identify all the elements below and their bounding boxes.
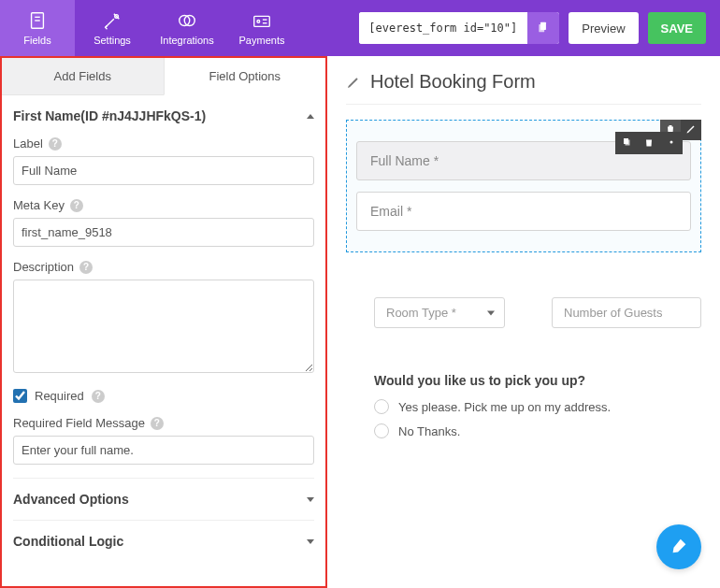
- copy-icon: [621, 136, 632, 151]
- field-tools: [615, 132, 683, 154]
- guests-input[interactable]: Number of Guests: [552, 297, 701, 328]
- panel-body: First Name(ID #nJ4JJHFkQS-1) Label ? Met…: [2, 95, 325, 586]
- form-title-row: Hotel Booking Form: [346, 71, 701, 105]
- field-duplicate-button[interactable]: [615, 132, 638, 154]
- canvas-edit-button[interactable]: [681, 120, 701, 140]
- label-text: Label: [13, 136, 43, 151]
- label-input[interactable]: [13, 156, 314, 185]
- brush-icon: [669, 536, 689, 559]
- clipboard-icon: [537, 21, 550, 36]
- label-text: Required Field Message: [13, 416, 145, 430]
- collapse-advanced[interactable]: Advanced Options: [13, 478, 314, 520]
- svg-rect-13: [626, 139, 630, 145]
- chevron-down-icon: [487, 310, 495, 315]
- nav-payments[interactable]: Payments: [224, 0, 299, 56]
- payments-icon: [252, 10, 272, 31]
- nav-integrations[interactable]: Integrations: [150, 0, 224, 56]
- svg-point-14: [670, 140, 673, 143]
- chevron-down-icon: [307, 497, 314, 502]
- integrations-icon: [177, 10, 197, 31]
- label-label: Label ?: [13, 136, 314, 151]
- group-description: Description ?: [13, 260, 314, 376]
- topbar-nav: Fields Settings Integrations Payments: [0, 0, 299, 56]
- chevron-down-icon: [307, 539, 314, 544]
- field-fullname[interactable]: Full Name *: [356, 141, 691, 180]
- radio-label: No Thanks.: [398, 424, 460, 438]
- radio-yes[interactable]: Yes please. Pick me up on my address.: [374, 399, 701, 414]
- radio-label: Yes please. Pick me up on my address.: [398, 400, 611, 414]
- metakey-input[interactable]: [13, 218, 314, 247]
- input-placeholder: Number of Guests: [564, 306, 663, 320]
- nav-label: Integrations: [160, 35, 213, 46]
- svg-rect-11: [540, 24, 545, 32]
- field-delete-button[interactable]: [638, 132, 660, 154]
- group-metakey: Meta Key ?: [13, 198, 314, 247]
- collapse-conditional[interactable]: Conditional Logic: [13, 520, 314, 562]
- select-label: Room Type *: [386, 306, 456, 320]
- group-required-msg: Required Field Message ?: [13, 416, 314, 465]
- nav-label: Payments: [239, 35, 285, 46]
- room-type-select[interactable]: Room Type *: [374, 297, 505, 328]
- fab-button[interactable]: [656, 524, 701, 569]
- collapse-label: Conditional Logic: [13, 534, 123, 549]
- settings-icon: [102, 10, 122, 31]
- label-text: Description: [13, 260, 74, 274]
- form-title: Hotel Booking Form: [370, 71, 536, 93]
- tab-add-fields[interactable]: Add Fields: [2, 58, 164, 95]
- gear-icon: [666, 136, 677, 151]
- label-text: Meta Key: [13, 198, 65, 212]
- svg-point-7: [257, 21, 260, 23]
- help-icon[interactable]: ?: [151, 417, 164, 430]
- copy-shortcode-button[interactable]: [527, 12, 559, 44]
- nav-label: Fields: [23, 35, 50, 46]
- group-required: Required ?: [13, 389, 314, 403]
- group-label: Label ?: [13, 136, 314, 185]
- field-placeholder: Email *: [357, 193, 690, 230]
- preview-button[interactable]: Preview: [569, 12, 638, 44]
- shortcode-box: [359, 12, 559, 44]
- help-icon[interactable]: ?: [70, 199, 83, 212]
- edit-title-button[interactable]: [346, 75, 361, 90]
- collapse-label: Advanced Options: [13, 492, 129, 507]
- radio-no[interactable]: No Thanks.: [374, 423, 701, 438]
- form-canvas[interactable]: Full Name * Email *: [346, 120, 701, 252]
- pencil-icon: [685, 123, 697, 137]
- row-inputs: Room Type * Number of Guests: [346, 297, 701, 328]
- field-email[interactable]: Email *: [356, 192, 691, 231]
- fields-icon: [27, 10, 48, 31]
- shortcode-input[interactable]: [359, 12, 527, 44]
- field-settings-button[interactable]: [660, 132, 683, 154]
- help-icon[interactable]: ?: [79, 261, 93, 274]
- left-panel: Add Fields Field Options First Name(ID #…: [0, 56, 327, 588]
- radio-icon: [374, 399, 389, 414]
- section-header[interactable]: First Name(ID #nJ4JJHFkQS-1): [13, 95, 314, 136]
- svg-rect-6: [254, 16, 270, 26]
- main: Add Fields Field Options First Name(ID #…: [0, 56, 720, 588]
- required-msg-input[interactable]: [13, 436, 314, 465]
- required-msg-label: Required Field Message ?: [13, 416, 314, 430]
- right-panel: Hotel Booking Form Full Name *: [327, 56, 720, 588]
- help-icon[interactable]: ?: [92, 390, 105, 403]
- pickup-question: Would you like us to pick you up?: [374, 373, 701, 388]
- nav-fields[interactable]: Fields: [0, 0, 75, 56]
- topbar: Fields Settings Integrations Payments: [0, 0, 720, 56]
- nav-label: Settings: [94, 35, 131, 46]
- required-checkbox[interactable]: [13, 389, 27, 403]
- panel-tabs: Add Fields Field Options: [2, 58, 325, 95]
- pickup-group: Would you like us to pick you up? Yes pl…: [346, 373, 701, 438]
- required-label: Required: [35, 389, 84, 403]
- help-icon[interactable]: ?: [49, 137, 62, 151]
- nav-settings[interactable]: Settings: [75, 0, 150, 56]
- section-title: First Name(ID #nJ4JJHFkQS-1): [13, 108, 206, 123]
- description-label: Description ?: [13, 260, 314, 274]
- tab-field-options[interactable]: Field Options: [164, 58, 326, 95]
- chevron-up-icon: [307, 114, 314, 119]
- topbar-right: Preview SAVE: [345, 0, 720, 56]
- save-button[interactable]: SAVE: [648, 12, 706, 44]
- trash-icon: [643, 136, 655, 151]
- metakey-label: Meta Key ?: [13, 198, 314, 212]
- description-textarea[interactable]: [13, 280, 314, 373]
- radio-icon: [374, 423, 389, 438]
